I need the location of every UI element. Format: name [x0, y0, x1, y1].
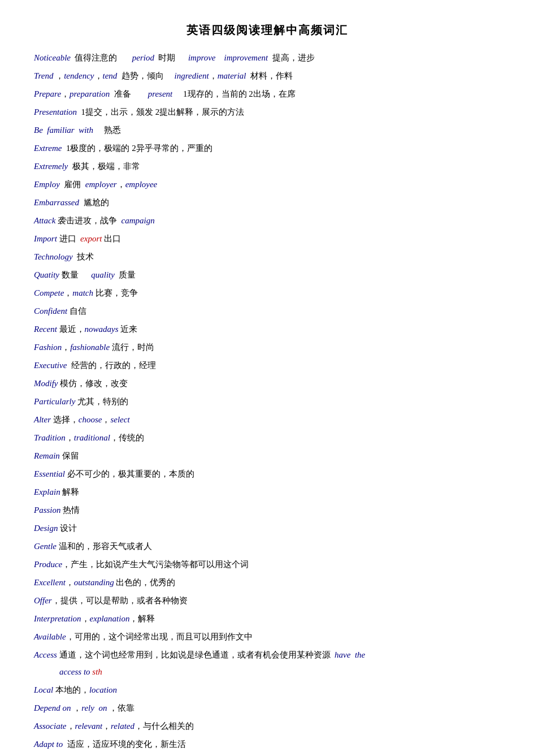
vocab-list: Noticeable 值得注意的 period 时期 improve impro…: [34, 49, 500, 756]
list-item: Noticeable 值得注意的 period 时期 improve impro…: [34, 49, 500, 66]
page-container: 英语四级阅读理解中高频词汇 Noticeable 值得注意的 period 时期…: [34, 23, 500, 756]
list-item: Embarrassed 尴尬的: [34, 194, 500, 211]
list-item: Technology 技术: [34, 248, 500, 265]
list-item: Remain 保留: [34, 447, 500, 464]
list-item: Fashion，fashionable 流行，时尚: [34, 339, 500, 356]
list-item: Local 本地的，location: [34, 681, 500, 698]
list-item: Passion 热情: [34, 502, 500, 519]
list-item: Essential 必不可少的，极其重要的，本质的: [34, 465, 500, 482]
list-item: Excellent，outstanding 出色的，优秀的: [34, 574, 500, 591]
list-item: Explain 解释: [34, 483, 500, 500]
list-item: Executive 经营的，行政的，经理: [34, 357, 500, 374]
list-item: Trend ，tendency，tend 趋势，倾向 ingredient，ma…: [34, 67, 500, 84]
list-item: Presentation 1提交，出示，颁发 2提出解释，展示的方法: [34, 103, 500, 120]
list-item: Associate，relevant，related，与什么相关的: [34, 718, 500, 735]
list-item: Attack 袭击进攻，战争 campaign: [34, 212, 500, 229]
list-item: Interpretation，explanation，解释: [34, 610, 500, 627]
list-item: Design 设计: [34, 520, 500, 537]
list-item: Offer，提供，可以是帮助，或者各种物资: [34, 592, 500, 609]
list-item: Adopt 采用，采用某种方法: [34, 754, 500, 756]
list-item: Available，可用的，这个词经常出现，而且可以用到作文中: [34, 628, 500, 645]
list-item: Quatity 数量 quality 质量: [34, 266, 500, 283]
list-item: Tradition，traditional，传统的: [34, 429, 500, 446]
list-item: Prepare，preparation 准备 present 1现存的，当前的 …: [34, 85, 500, 102]
list-item: Recent 最近，nowadays 近来: [34, 321, 500, 338]
en-word: Noticeable: [34, 53, 71, 62]
list-item: Adapt to 适应，适应环境的变化，新生活: [34, 736, 500, 753]
list-item: Compete，match 比赛，竞争: [34, 284, 500, 301]
list-item: Access 通道，这个词也经常用到，比如说是绿色通道，或者有机会使用某种资源 …: [34, 646, 500, 680]
list-item: Particularly 尤其，特别的: [34, 393, 500, 410]
list-item: Gentle 温和的，形容天气或者人: [34, 538, 500, 555]
list-item: Produce，产生，比如说产生大气污染物等都可以用这个词: [34, 556, 500, 573]
list-item: Modify 模仿，修改，改变: [34, 375, 500, 392]
list-item: Confident 自信: [34, 303, 500, 319]
list-item: Be familiar with 熟悉: [34, 122, 500, 139]
list-item: Employ 雇佣 employer，employee: [34, 176, 500, 193]
list-item: Extreme 1极度的，极端的 2异乎寻常的，严重的: [34, 140, 500, 157]
page-title: 英语四级阅读理解中高频词汇: [34, 23, 500, 38]
list-item: Extremely 极其，极端，非常: [34, 158, 500, 175]
list-item: Alter 选择，choose，select: [34, 411, 500, 428]
list-item: Import 进口 export 出口: [34, 230, 500, 247]
list-item: Depend on ，rely on ，依靠: [34, 699, 500, 716]
